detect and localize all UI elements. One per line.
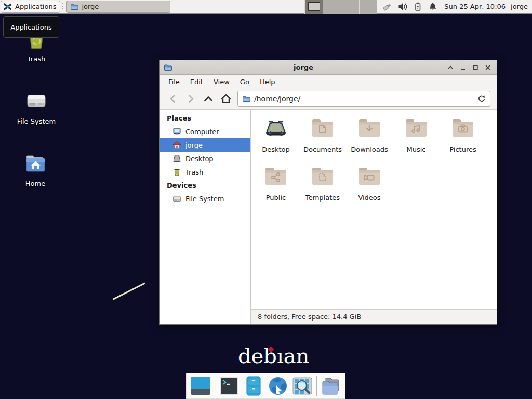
dock-separator (316, 376, 317, 396)
window-shade-button[interactable] (446, 63, 455, 72)
directory-menu-button[interactable] (321, 376, 341, 396)
titlebar[interactable]: jorge (160, 60, 497, 75)
status-bar: 8 folders, Free space: 14.4 GiB (251, 309, 497, 324)
menu-go[interactable]: Go (235, 76, 255, 88)
desktop-icon-label: Trash (28, 55, 45, 63)
window-minimize-button[interactable] (459, 63, 467, 72)
music-folder-icon (404, 116, 429, 141)
window-title: jorge (160, 63, 447, 71)
debian-logo: debıan (238, 344, 309, 368)
desktop-icon-label: Home (25, 180, 45, 188)
sidebar: Places Computer (160, 110, 251, 324)
applications-button[interactable]: Applications (1, 1, 60, 13)
menu-view[interactable]: View (208, 76, 235, 88)
path-input[interactable] (254, 95, 474, 103)
drive-small-icon (172, 194, 181, 203)
file-manager-button[interactable] (243, 376, 264, 396)
status-text: 8 folders, Free space: 14.4 GiB (258, 313, 361, 321)
workspace-cell-1[interactable] (304, 0, 323, 14)
desktop-icon-home[interactable]: Home (9, 151, 61, 188)
panel-username[interactable]: jorge (511, 3, 528, 10)
network-icon[interactable] (382, 2, 393, 12)
toolbar (160, 88, 497, 110)
tooltip-text: Applications (10, 23, 51, 31)
file-label: Pictures (449, 145, 476, 153)
file-label: Desktop (262, 145, 290, 153)
file-item-public[interactable]: Public (255, 164, 297, 202)
file-item-pictures[interactable]: Pictures (442, 116, 484, 153)
home-folder-icon (22, 151, 48, 176)
menu-file[interactable]: File (163, 76, 185, 88)
menu-help[interactable]: Help (255, 76, 281, 88)
sidebar-header-places: Places (160, 112, 250, 125)
applications-label: Applications (15, 3, 56, 10)
back-button[interactable] (164, 91, 182, 107)
computer-icon (172, 127, 181, 136)
sidebar-item-jorge[interactable]: jorge (160, 138, 250, 152)
path-folder-icon (242, 95, 250, 103)
file-item-music[interactable]: Music (395, 116, 437, 153)
workspace-switcher (304, 0, 377, 14)
file-manager-window: jorge File Edit View Go Help (159, 60, 497, 325)
applications-menu-icon (3, 2, 12, 11)
show-desktop-button[interactable] (190, 376, 211, 396)
dock-separator (215, 376, 215, 396)
desktop-icon-file-system[interactable]: File System (10, 88, 62, 125)
reload-icon[interactable] (477, 95, 486, 103)
file-label: Documents (303, 145, 342, 153)
file-label: Music (407, 145, 426, 153)
trash-small-icon (172, 168, 181, 177)
sidebar-item-trash[interactable]: Trash (160, 165, 250, 179)
downloads-folder-icon (357, 116, 382, 141)
file-item-documents[interactable]: Documents (302, 116, 343, 153)
task-button-label: jorge (82, 3, 99, 10)
web-browser-button[interactable] (268, 376, 288, 396)
desktop: Applications jorge (0, 0, 532, 399)
desktop-icon-label: File System (17, 117, 56, 125)
home-button[interactable] (217, 91, 235, 107)
file-item-videos[interactable]: Videos (349, 164, 390, 202)
window-controls (446, 63, 497, 72)
sidebar-header-devices: Devices (160, 179, 250, 192)
workspace-cell-3[interactable] (341, 0, 359, 14)
bell-icon[interactable] (428, 2, 438, 12)
pictures-folder-icon (450, 116, 475, 141)
clock[interactable]: Sun 25 Apr, 10:06 (444, 3, 506, 10)
forward-button[interactable] (182, 91, 200, 107)
panel-handle[interactable] (62, 3, 63, 10)
applications-tooltip: Applications (3, 16, 59, 38)
file-label: Videos (358, 194, 380, 202)
file-label: Public (266, 194, 286, 202)
menubar: File Edit View Go Help (160, 75, 497, 88)
public-folder-icon (263, 164, 288, 189)
mouse-cursor (112, 282, 145, 300)
home-icon (172, 141, 181, 150)
path-bar (237, 91, 490, 107)
sidebar-item-desktop[interactable]: Desktop (160, 152, 250, 165)
sidebar-item-computer[interactable]: Computer (160, 125, 250, 138)
volume-icon[interactable] (397, 2, 408, 12)
file-item-templates[interactable]: Templates (302, 164, 343, 202)
task-button[interactable]: jorge (66, 1, 170, 13)
menu-edit[interactable]: Edit (185, 76, 208, 88)
documents-folder-icon (310, 116, 335, 141)
file-item-desktop[interactable]: Desktop (255, 116, 297, 153)
file-label: Downloads (351, 145, 388, 153)
file-label: Templates (305, 194, 340, 202)
window-maximize-button[interactable] (471, 63, 480, 72)
up-button[interactable] (200, 91, 217, 107)
videos-folder-icon (357, 164, 382, 189)
desktop-small-icon (172, 154, 181, 163)
workspace-cell-2[interactable] (323, 0, 341, 14)
app-finder-button[interactable] (292, 376, 313, 396)
file-grid: Desktop (251, 110, 497, 202)
top-panel: Applications jorge (0, 0, 532, 14)
workspace-cell-4[interactable] (359, 0, 377, 14)
window-close-button[interactable] (484, 63, 492, 72)
dock (186, 373, 345, 399)
terminal-button[interactable] (219, 376, 240, 396)
file-item-downloads[interactable]: Downloads (349, 116, 390, 153)
folder-icon (70, 3, 78, 11)
battery-icon[interactable] (413, 2, 423, 12)
sidebar-item-file-system[interactable]: File System (160, 192, 250, 205)
